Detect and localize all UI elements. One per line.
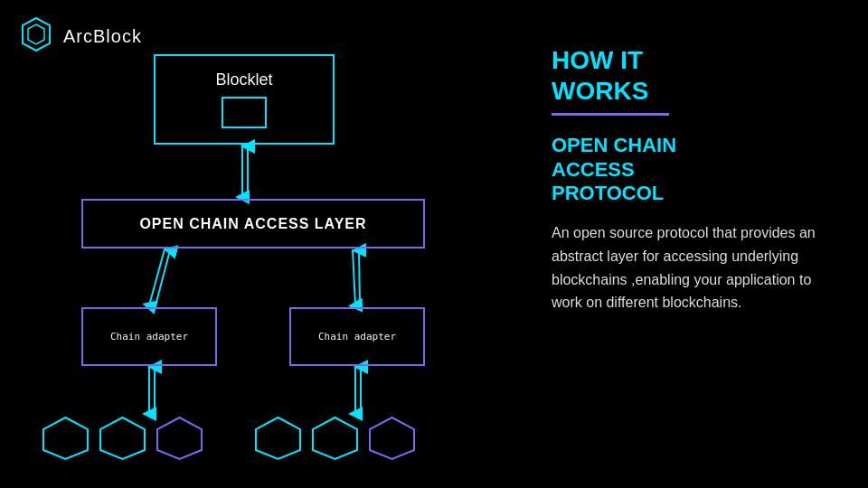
- hex-right-3: [367, 416, 417, 461]
- hexagons-left-group: [41, 416, 204, 461]
- hex-right-2: [310, 416, 360, 461]
- hex-left-1: [41, 416, 90, 461]
- svg-line-13: [156, 250, 170, 305]
- adapter-right-label: Chain adapter: [318, 331, 396, 343]
- svg-line-14: [353, 249, 355, 305]
- svg-marker-23: [256, 418, 300, 459]
- svg-marker-21: [100, 418, 145, 459]
- main-container: ArcBlock: [0, 0, 868, 488]
- svg-marker-20: [43, 418, 88, 459]
- adapter-left-box: Chain adapter: [81, 307, 217, 366]
- svg-marker-22: [157, 418, 202, 459]
- protocol-title: OPEN CHAIN ACCESS PROTOCOL: [552, 134, 841, 205]
- description-text: An open source protocol that provides an…: [552, 221, 841, 314]
- ocal-box: OPEN CHAIN ACCESS LAYER: [81, 199, 425, 249]
- blocklet-box: Blocklet: [154, 54, 335, 145]
- ocal-label: OPEN CHAIN ACCESS LAYER: [139, 216, 366, 232]
- divider: [552, 113, 669, 116]
- svg-marker-25: [370, 418, 414, 459]
- hexagons-right-group: [253, 416, 417, 461]
- blocklet-inner-box: [222, 97, 267, 128]
- hex-right-1: [253, 416, 303, 461]
- blocklet-label: Blocklet: [215, 70, 272, 89]
- adapter-left-label: Chain adapter: [110, 331, 188, 343]
- svg-marker-24: [313, 418, 357, 459]
- how-it-works-title: HOW IT WORKS: [552, 45, 841, 106]
- svg-line-15: [359, 250, 360, 305]
- left-panel: ArcBlock: [0, 0, 524, 488]
- hex-left-2: [98, 416, 147, 461]
- svg-line-12: [149, 249, 165, 305]
- hex-left-3: [155, 416, 204, 461]
- diagram: Blocklet OPEN CHAIN ACCESS LAYER Chain a…: [27, 36, 497, 470]
- adapter-right-box: Chain adapter: [289, 307, 425, 366]
- right-panel: HOW IT WORKS OPEN CHAIN ACCESS PROTOCOL …: [524, 0, 868, 488]
